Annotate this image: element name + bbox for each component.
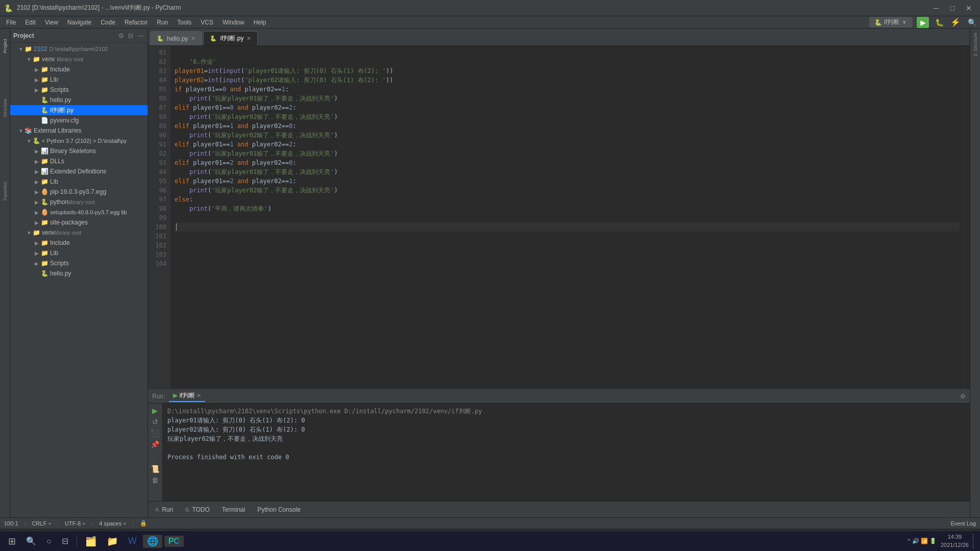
menu-refactor[interactable]: Refactor [120,18,152,27]
taskbar-browser[interactable]: 🌐 [143,535,162,548]
code-line: elif player01==2 and player02==0: [175,158,960,167]
tree-item-python-lib-root[interactable]: ▶ 🐍 python library root [10,197,148,207]
taskbar-tray[interactable]: ^ 🔊 📶 🔋 [908,538,937,544]
menu-help[interactable]: Help [250,18,271,27]
run-pin-icon[interactable]: 📌 [150,439,160,449]
run-settings[interactable]: ⚙ [960,393,966,400]
run-play-icon[interactable]: ▶ [150,406,160,416]
tree-item-pyvenv[interactable]: 📄 pyvenv.cfg [10,115,148,126]
tree-label: venv [42,56,55,63]
status-indent[interactable]: 4 spaces ÷ [99,520,126,527]
tree-item-scripts2[interactable]: ▶ 📁 Scripts [10,258,148,268]
folder-icon: 📁 [41,158,48,165]
menu-vcs[interactable]: VCS [197,18,217,27]
taskbar-search[interactable]: 🔍 [22,535,40,547]
code-line: elif player01==1 and player02==0: [175,121,960,131]
collapse-icon[interactable]: — [136,31,144,40]
menu-code[interactable]: Code [96,18,119,27]
tree-item-hello-py2[interactable]: 🐍 hello.py [10,268,148,279]
tree-item-extended-defs[interactable]: ▶ 📊 Extended Definitions [10,166,148,177]
run-config-selector[interactable]: 🐍 if判断 ▼ [869,17,913,28]
tree-item-site-packages[interactable]: ▶ 📁 site-packages [10,217,148,228]
run-tab-label: if判断 [180,392,195,399]
run-button[interactable]: ▶ [917,17,929,28]
structure-icon[interactable]: Structure [1,93,10,123]
run-content: ▶ ↺ ⬛ 📌 📜 🗑 D:\install\pycharm\2102\venv… [148,404,970,501]
run-filter-icon[interactable]: 🗑 [150,475,160,485]
status-encoding[interactable]: UTF-8 ÷ [65,520,85,527]
code-content[interactable]: '6.作业' player01=int(input('player01请输入: … [170,46,964,389]
favorites-icon[interactable]: Favorites [1,176,10,206]
taskbar-explorer[interactable]: 🗂️ [81,535,101,548]
taskbar-cortana[interactable]: ○ [42,536,56,547]
explorer-icon: 🗂️ [85,536,96,547]
layout-icon[interactable]: ⊟ [127,31,134,40]
tab-close-if[interactable]: ✕ [247,35,251,42]
menu-tools[interactable]: Tools [173,18,195,27]
structure-label[interactable]: 2: Structure [971,31,980,59]
run-tab-if[interactable]: ▶ if判断 ✕ [169,390,205,402]
tree-item-dlls[interactable]: ▶ 📁 DLLs [10,156,148,166]
search-everywhere-button[interactable]: 🔍 [966,17,978,28]
tab-hello-py[interactable]: 🐍 hello.py ✕ [150,31,202,45]
tab-todo[interactable]: 6: TODO [180,504,215,515]
tree-item-lib3[interactable]: ▶ 📁 Lib [10,248,148,258]
tab-python-console[interactable]: Python Console [252,504,306,515]
run-tab-close[interactable]: ✕ [197,392,201,398]
run-stop-icon[interactable]: ⬛ [150,428,160,438]
tree-item-binary-skeletons[interactable]: ▶ 📊 Binary Skeletons [10,146,148,156]
taskbar-show-desktop[interactable] [973,534,976,549]
tab-run[interactable]: 4: Run [150,504,178,515]
tab-if-py[interactable]: 🐍 if判断.py ✕ [203,31,258,45]
run-rerun-icon[interactable]: ↺ [150,417,160,427]
tab-close-hello[interactable]: ✕ [191,35,195,42]
tree-item-external-libs[interactable]: ▼ 📚 External Libraries [10,126,148,136]
tree-item-venv2[interactable]: ▼ 📁 venv library root [10,228,148,238]
tree-item-include2[interactable]: ▶ 📁 Include [10,238,148,248]
taskbar-clock[interactable]: 14:39 2021/12/26 [941,533,969,549]
menu-run[interactable]: Run [153,18,172,27]
menu-file[interactable]: File [2,18,20,27]
status-event-log[interactable]: Event Log [950,520,976,527]
run-scroll-icon[interactable]: 📜 [150,464,160,474]
tab-terminal[interactable]: Terminal [217,504,250,515]
tree-item-2102[interactable]: ▼ 📁 2102 D:\install\pycharm\2102 [10,44,148,54]
taskbar-start[interactable]: ⊞ [4,535,20,548]
menu-view[interactable]: View [41,18,62,27]
tree-item-if-py[interactable]: 🐍 if判断.py [10,105,148,115]
project-icon[interactable]: Project [1,31,10,61]
tree-item-scripts[interactable]: ▶ 📁 Scripts [10,85,148,95]
tree-label: < Python 3.7 (2102) > D:\install\py [42,138,127,144]
tree-item-pip-egg[interactable]: ▶ 🥚 pip-19.0.3-py3.7.egg [10,187,148,197]
status-lock[interactable]: 🔒 [140,520,147,527]
tree-item-python37[interactable]: ▼ 🐍 < Python 3.7 (2102) > D:\install\py [10,136,148,146]
code-editor: 8182838485 8687888990 9192939495 9697989… [148,46,970,389]
run-output-line: player01请输入: 剪刀(0) 石头(1) 布(2): 0 [167,416,965,425]
menu-navigate[interactable]: Navigate [63,18,95,27]
menu-window[interactable]: Window [218,18,249,27]
tree-item-venv[interactable]: ▼ 📁 venv library root [10,54,148,64]
close-button[interactable]: ✕ [962,3,976,13]
taskbar-task-view[interactable]: ⊟ [58,535,72,547]
tree-item-include[interactable]: ▶ 📁 Include [10,64,148,74]
menu-edit[interactable]: Edit [21,18,40,27]
tree-item-hello-py[interactable]: 🐍 hello.py [10,95,148,105]
python-file-icon: 🐍 [41,107,48,114]
run-output-line: 玩家player02输了，不要走，决战到天亮 [167,434,965,443]
tree-item-setuptools-egg[interactable]: ▶ 🥚 setuptools-40.8.0-py3.7.egg lib [10,207,148,217]
maximize-button[interactable]: □ [945,3,960,13]
status-line-col[interactable]: 100:1 [4,520,18,527]
run-coverage-button[interactable]: ⚡ [949,17,962,28]
arrow-icon: ▼ [18,128,24,134]
taskbar-folder[interactable]: 📁 [103,535,122,548]
status-crlf[interactable]: CRLF ÷ [32,520,51,527]
debug-button[interactable]: 🐛 [933,17,945,28]
taskbar-word[interactable]: W [124,535,141,547]
taskbar-pycharm[interactable]: PC [164,536,184,547]
tree-item-lib[interactable]: ▶ 📁 Lib [10,74,148,85]
tree-item-lib2[interactable]: ▶ 📁 Lib [10,177,148,187]
minimize-button[interactable]: ─ [929,3,943,13]
tab-if-label: if判断.py [220,34,243,43]
settings-icon[interactable]: ⚙ [117,31,125,40]
folder-icon: 📁 [41,239,48,246]
